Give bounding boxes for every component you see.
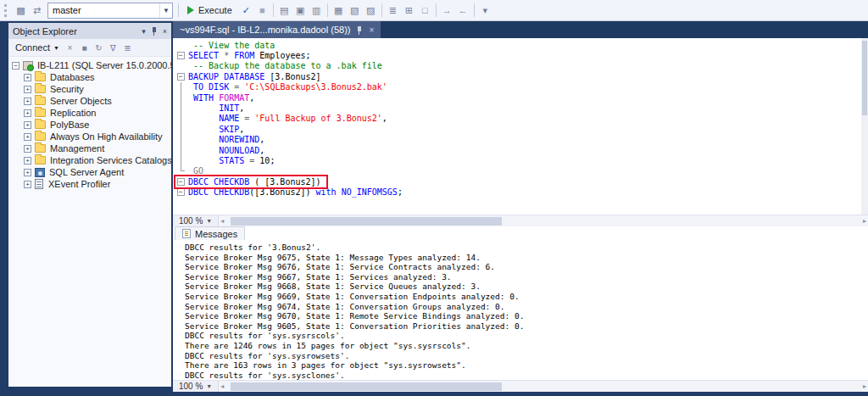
expand-icon[interactable]: +: [24, 121, 31, 129]
outdent-icon[interactable]: ←: [455, 3, 471, 19]
code-line[interactable]: WITH FORMAT,: [173, 92, 861, 103]
code-line[interactable]: −SELECT * FROM Employees;: [173, 50, 861, 60]
messages-output[interactable]: DBCC results for '3.Bonus2'.Service Brok…: [173, 240, 868, 380]
code-line[interactable]: SKIP,: [173, 124, 861, 134]
pin-icon[interactable]: [356, 25, 363, 35]
messages-zoom-bar: 100 % ▼ ◂ ▸: [173, 380, 868, 392]
client-statistics-icon[interactable]: ▨: [363, 3, 379, 19]
display-estimated-plan-icon[interactable]: ▤: [276, 3, 292, 19]
toolbar-separator: [178, 3, 179, 17]
expand-icon[interactable]: +: [24, 181, 31, 188]
expand-icon[interactable]: +: [24, 145, 31, 153]
scrollbar-thumb[interactable]: [231, 382, 502, 391]
intellisense-enabled-icon[interactable]: ▥: [309, 3, 325, 19]
editor-vertical-scrollbar[interactable]: [861, 38, 868, 215]
message-line: Service Broker Msg 9667, State 1: Servic…: [173, 272, 868, 282]
expand-icon[interactable]: +: [24, 157, 31, 165]
zoom-control[interactable]: 100 % ▼: [173, 215, 218, 226]
code-line[interactable]: TO DISK = 'C:\SQLBackups\3.Bonus2.bak': [173, 82, 861, 92]
window-position-icon[interactable]: ▾: [142, 27, 146, 36]
code-line[interactable]: STATS = 10;: [173, 155, 861, 165]
cancel-query-icon[interactable]: ■: [254, 3, 270, 19]
tree-item-always-on-high-availability[interactable]: +Always On High Availability: [8, 131, 171, 142]
expand-icon[interactable]: +: [24, 74, 31, 81]
filter-icon[interactable]: ∇: [106, 41, 120, 55]
refresh-icon[interactable]: ↻: [92, 41, 106, 55]
tree-item-sql-server-agent[interactable]: +SQL Server Agent: [8, 166, 171, 178]
stop-icon[interactable]: ■: [77, 41, 92, 55]
scroll-right-icon[interactable]: ▸: [863, 217, 866, 225]
fold-margin: −: [173, 73, 188, 81]
script-icon[interactable]: ≣: [120, 41, 135, 55]
query-options-icon[interactable]: ▣: [292, 3, 309, 19]
tree-item-integration-services-catalogs[interactable]: +Integration Services Catalogs: [8, 154, 171, 166]
expand-icon[interactable]: +: [24, 169, 31, 176]
tab-messages[interactable]: Messages: [175, 226, 245, 240]
scroll-left-icon[interactable]: ◂: [220, 382, 224, 390]
code-text: NOREWIND,: [188, 135, 264, 144]
code-text: -- View the data: [188, 41, 275, 50]
tree-item-replication[interactable]: +Replication: [8, 107, 171, 119]
activity-monitor-icon[interactable]: ▩: [13, 3, 29, 19]
scrollbar-thumb[interactable]: [231, 217, 502, 226]
results-to-grid-icon[interactable]: ⊞: [401, 3, 417, 19]
code-line[interactable]: -- View the data: [173, 40, 861, 50]
execute-button[interactable]: Execute: [181, 2, 238, 19]
live-query-statistics-icon[interactable]: ▧: [347, 3, 363, 19]
toolbar-separator: [436, 3, 437, 17]
folder-icon: [35, 156, 46, 165]
results-to-text-icon[interactable]: ≣: [385, 3, 401, 19]
main-toolbar: ▩⇄ master ▼ Execute ✓■▤▣▥▦▧▨≣⊞□→←▾: [0, 0, 868, 21]
expand-icon[interactable]: +: [24, 86, 31, 93]
code-line[interactable]: -- Backup the database to a .bak file: [173, 61, 861, 71]
expand-icon[interactable]: +: [24, 109, 31, 117]
fold-collapse-icon[interactable]: −: [177, 73, 185, 81]
code-line[interactable]: NAME = 'Full Backup of 3.Bonus2',: [173, 114, 861, 124]
parse-icon[interactable]: ✓: [238, 3, 254, 19]
close-icon[interactable]: ×: [163, 27, 167, 36]
connect-button[interactable]: Connect ▼: [12, 42, 63, 53]
toolbar-drag-handle[interactable]: [4, 4, 9, 17]
horizontal-scrollbar[interactable]: ◂ ▸: [218, 215, 868, 226]
code-line[interactable]: INIT,: [173, 103, 861, 113]
chevron-down-icon[interactable]: ▼: [159, 3, 172, 18]
code-line[interactable]: −BACKUP DATABASE [3.Bonus2]: [173, 71, 861, 81]
code-editor[interactable]: -- View the data−SELECT * FROM Employees…: [173, 38, 861, 215]
disconnect-icon[interactable]: ×: [63, 41, 77, 55]
change-connection-icon[interactable]: ⇄: [29, 3, 45, 19]
tree-item-polybase[interactable]: +PolyBase: [8, 119, 171, 131]
document-tab[interactable]: ~vs994F.sql - IB-L2...monika.dadool (58)…: [173, 21, 381, 38]
collapse-icon[interactable]: −: [12, 62, 19, 70]
tree-item-management[interactable]: +Management: [8, 142, 171, 154]
toolbar-separator: [381, 3, 382, 17]
tree-item-databases[interactable]: +Databases: [8, 71, 171, 83]
scroll-left-icon[interactable]: ◂: [220, 217, 224, 225]
include-actual-plan-icon[interactable]: ▦: [331, 3, 347, 19]
database-combo[interactable]: master ▼: [47, 3, 173, 19]
fold-collapse-icon[interactable]: −: [177, 52, 185, 59]
results-to-file-icon[interactable]: □: [417, 3, 433, 19]
scrollbar-thumb[interactable]: [862, 41, 867, 115]
scroll-right-icon[interactable]: ▸: [863, 382, 866, 390]
object-explorer-header[interactable]: Object Explorer ▾ ×: [8, 23, 171, 39]
fold-collapse-icon[interactable]: −: [177, 188, 185, 196]
tree-item-server[interactable]: −IB-L211 (SQL Server 15.0.2000.5 - STELL: [8, 59, 171, 71]
indent-icon[interactable]: →: [439, 3, 455, 19]
fold-margin: −: [173, 188, 188, 196]
tree-item-security[interactable]: +Security: [8, 83, 171, 95]
expand-icon[interactable]: +: [24, 98, 31, 105]
options-dropdown-icon[interactable]: ▾: [477, 3, 493, 19]
tree-item-server-objects[interactable]: +Server Objects: [8, 95, 171, 107]
folder-icon: [35, 85, 46, 93]
object-explorer-title: Object Explorer: [13, 26, 77, 36]
code-text: INIT,: [188, 103, 244, 113]
code-line[interactable]: NOUNLOAD,: [173, 145, 861, 155]
auto-hide-pin-icon[interactable]: [151, 26, 158, 36]
close-icon[interactable]: ×: [369, 25, 374, 35]
tree-item-xevent-profiler[interactable]: +XEvent Profiler: [8, 178, 171, 190]
expand-icon[interactable]: +: [24, 133, 31, 141]
folder-icon: [35, 144, 46, 153]
horizontal-scrollbar[interactable]: ◂ ▸: [218, 381, 868, 392]
zoom-control[interactable]: 100 % ▼: [173, 381, 218, 392]
code-line[interactable]: NOREWIND,: [173, 135, 861, 145]
